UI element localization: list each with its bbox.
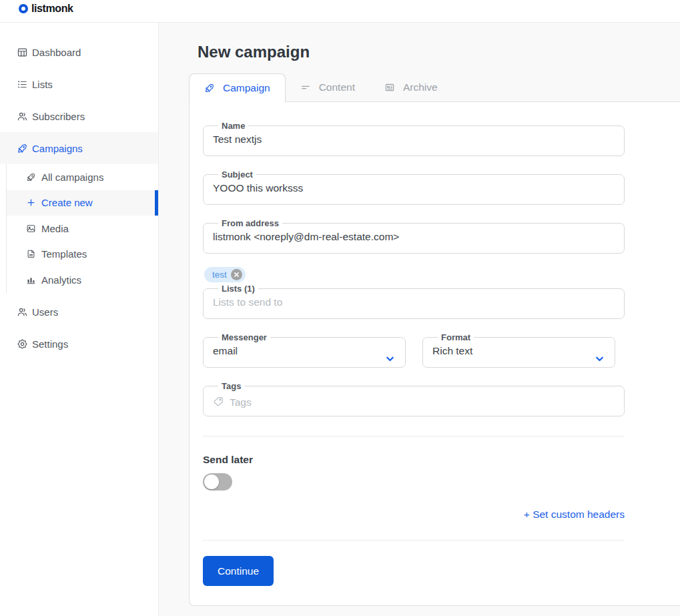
brand-name: listmonk <box>31 3 73 15</box>
sidebar-item-all-campaigns[interactable]: All campaigns <box>7 164 158 190</box>
tab-archive[interactable]: Archive <box>370 73 452 101</box>
main-content: New campaign Campaign Content Archive <box>159 23 680 616</box>
continue-button[interactable]: Continue <box>203 556 274 586</box>
subscribers-icon <box>17 111 28 122</box>
remove-list-icon[interactable] <box>231 269 242 280</box>
set-custom-headers-link[interactable]: + Set custom headers <box>524 509 625 520</box>
campaign-form: Name Subject From address test <box>203 121 625 586</box>
tab-label: Archive <box>403 81 438 93</box>
listmonk-logo-icon <box>19 4 28 13</box>
sidebar-item-label: Users <box>32 306 58 318</box>
app-window: listmonk Dashboard Lists Subscribers <box>0 0 680 616</box>
list-chip-label: test <box>212 270 227 280</box>
from-address-label: From address <box>218 218 282 228</box>
tab-label: Campaign <box>223 82 270 94</box>
name-fieldset: Name <box>203 121 625 156</box>
rocket-icon <box>26 172 36 182</box>
tab-label: Content <box>319 81 355 93</box>
send-later-section: Send later <box>203 454 625 491</box>
file-icon <box>26 249 36 259</box>
campaigns-icon <box>17 143 28 154</box>
campaign-form-panel: Name Subject From address test <box>189 101 680 606</box>
format-label: Format <box>438 332 474 342</box>
subject-fieldset: Subject <box>203 170 625 205</box>
newspaper-icon <box>384 82 395 93</box>
format-value: Rich text <box>432 342 599 357</box>
send-later-toggle[interactable] <box>203 473 232 491</box>
sidebar-item-label: Create new <box>41 197 93 208</box>
messenger-label: Messenger <box>218 332 270 342</box>
sidebar-item-label: Campaigns <box>32 143 83 154</box>
sidebar-item-label: Dashboard <box>32 47 81 58</box>
lists-input[interactable] <box>213 294 599 308</box>
sidebar-item-label: Templates <box>41 248 87 260</box>
bar-chart-icon <box>26 275 36 285</box>
campaigns-submenu: All campaigns Create new Media Templat <box>6 164 158 293</box>
from-address-fieldset: From address <box>203 218 625 254</box>
tags-label: Tags <box>218 381 244 391</box>
name-input[interactable] <box>213 131 599 145</box>
users-icon <box>17 306 28 318</box>
sidebar-item-users[interactable]: Users <box>0 296 158 328</box>
send-later-label: Send later <box>203 454 625 466</box>
lists-label: Lists (1) <box>218 284 258 294</box>
tab-bar: Campaign Content Archive <box>189 73 680 101</box>
sidebar-item-label: Settings <box>32 338 68 350</box>
plus-icon <box>26 198 36 208</box>
dashboard-icon <box>17 47 28 58</box>
sidebar: Dashboard Lists Subscribers Campaigns <box>0 23 159 616</box>
sidebar-item-label: Media <box>41 223 69 234</box>
subject-label: Subject <box>218 170 256 180</box>
divider <box>203 540 625 541</box>
from-address-input[interactable] <box>213 228 599 243</box>
messenger-format-row: Messenger email Format Rich text <box>203 332 625 381</box>
divider <box>203 436 625 436</box>
page-title: New campaign <box>198 43 680 61</box>
sidebar-item-dashboard[interactable]: Dashboard <box>0 36 158 68</box>
settings-gear-icon <box>17 338 28 350</box>
sidebar-item-campaigns[interactable]: Campaigns <box>0 132 158 164</box>
custom-headers-row: + Set custom headers <box>203 509 625 521</box>
messenger-select[interactable]: Messenger email <box>203 332 406 368</box>
listmonk-logo[interactable]: listmonk <box>19 3 73 15</box>
lists-icon <box>17 79 28 90</box>
subject-input[interactable] <box>213 180 599 194</box>
top-bar: listmonk <box>0 0 680 23</box>
tab-campaign[interactable]: Campaign <box>189 73 286 102</box>
text-icon <box>300 82 311 93</box>
lists-fieldset: Lists (1) <box>203 284 625 319</box>
tab-content[interactable]: Content <box>286 73 370 101</box>
sidebar-item-settings[interactable]: Settings <box>0 328 158 360</box>
sidebar-item-templates[interactable]: Templates <box>7 242 158 268</box>
selected-lists-row: test <box>204 267 625 282</box>
list-chip-test: test <box>204 267 246 282</box>
rocket-icon <box>204 83 215 93</box>
plus-icon: + <box>524 509 530 520</box>
tag-icon <box>213 396 224 407</box>
sidebar-item-label: Subscribers <box>32 111 85 122</box>
sidebar-item-lists[interactable]: Lists <box>0 68 158 100</box>
sidebar-item-create-new[interactable]: Create new <box>7 190 158 216</box>
tags-input[interactable] <box>230 394 615 408</box>
format-select[interactable]: Format Rich text <box>422 332 615 368</box>
name-label: Name <box>218 121 248 131</box>
messenger-value: email <box>213 342 388 357</box>
sidebar-item-subscribers[interactable]: Subscribers <box>0 100 158 132</box>
image-icon <box>26 224 36 234</box>
sidebar-item-label: Analytics <box>41 274 81 286</box>
sidebar-item-label: All campaigns <box>41 172 103 183</box>
sidebar-item-label: Lists <box>32 79 53 90</box>
toggle-knob <box>204 475 219 489</box>
active-indicator-bar <box>155 190 158 216</box>
tags-fieldset: Tags <box>203 381 625 416</box>
sidebar-item-media[interactable]: Media <box>7 216 158 242</box>
sidebar-item-analytics[interactable]: Analytics <box>7 267 158 293</box>
